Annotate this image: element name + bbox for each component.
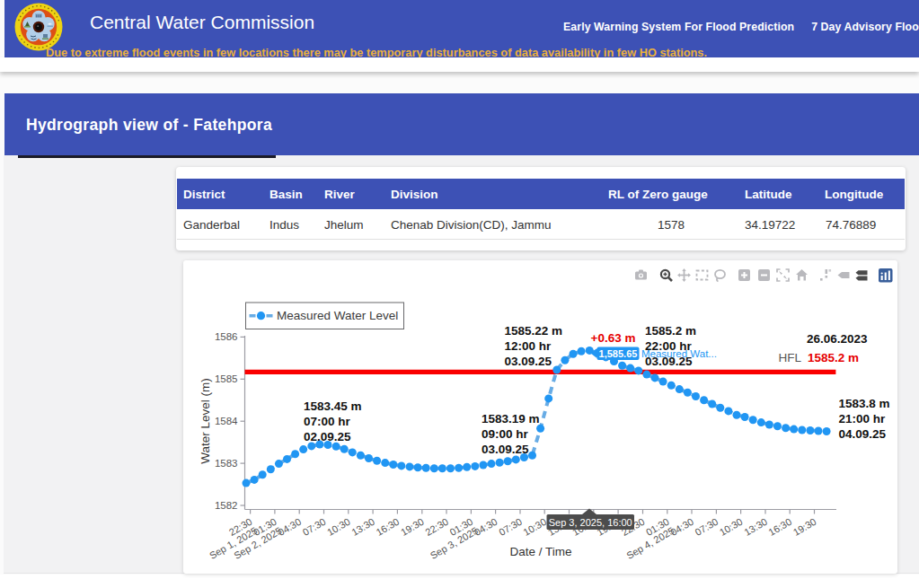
svg-text:16:30: 16:30: [375, 516, 402, 538]
svg-text:1584: 1584: [215, 416, 238, 426]
svg-text:1585: 1585: [215, 373, 238, 384]
svg-text:Water Level (m): Water Level (m): [199, 378, 212, 464]
svg-text:1583.19 m: 1583.19 m: [482, 412, 540, 426]
svg-text:16:30: 16:30: [766, 516, 793, 538]
svg-text:Measured Water Level: Measured Water Level: [277, 309, 398, 322]
svg-text:1586: 1586: [215, 331, 238, 342]
svg-text:04.09.25: 04.09.25: [839, 427, 887, 441]
svg-text:+0.63 m: +0.63 m: [591, 331, 636, 345]
svg-text:10:30: 10:30: [718, 516, 745, 538]
svg-text:09:00 hr: 09:00 hr: [482, 427, 529, 441]
svg-text:1583.8 m: 1583.8 m: [839, 397, 890, 410]
svg-text:03.09.25: 03.09.25: [482, 443, 529, 456]
svg-text:1585.2 m: 1585.2 m: [808, 351, 859, 364]
svg-text:1,585.65: 1,585.65: [599, 348, 638, 359]
svg-text:1582: 1582: [215, 500, 238, 511]
svg-text:10:30: 10:30: [521, 516, 548, 538]
svg-text:HFL: HFL: [779, 351, 802, 364]
svg-text:02.09.25: 02.09.25: [304, 430, 351, 443]
svg-text:04:30: 04:30: [668, 516, 695, 538]
svg-text:Date / Time: Date / Time: [509, 545, 571, 558]
svg-text:1585.2 m: 1585.2 m: [645, 324, 696, 338]
svg-text:Sep 3, 2025, 16:00: Sep 3, 2025, 16:00: [549, 517, 632, 528]
svg-text:21:00 hr: 21:00 hr: [839, 412, 887, 426]
svg-text:04:30: 04:30: [473, 516, 499, 538]
svg-text:04:30: 04:30: [276, 516, 303, 538]
svg-text:07:30: 07:30: [301, 516, 328, 538]
svg-text:12:00 hr: 12:00 hr: [505, 339, 552, 353]
svg-text:10:30: 10:30: [325, 516, 352, 538]
svg-text:03.09.25: 03.09.25: [505, 355, 552, 368]
svg-text:26.06.2023: 26.06.2023: [807, 332, 868, 346]
svg-text:07:30: 07:30: [497, 516, 524, 538]
svg-text:1583.45 m: 1583.45 m: [304, 399, 362, 413]
svg-text:13:30: 13:30: [349, 516, 376, 538]
svg-text:22:30: 22:30: [423, 516, 450, 538]
svg-text:1585.22 m: 1585.22 m: [505, 324, 563, 338]
svg-text:19:30: 19:30: [791, 516, 818, 538]
svg-text:19:30: 19:30: [399, 516, 426, 538]
svg-text:07:00 hr: 07:00 hr: [304, 415, 351, 428]
svg-text:07:30: 07:30: [694, 516, 720, 538]
svg-text:13:30: 13:30: [742, 516, 769, 538]
svg-text:1583: 1583: [215, 458, 238, 469]
svg-text:Measured Wat...: Measured Wat...: [641, 348, 717, 359]
